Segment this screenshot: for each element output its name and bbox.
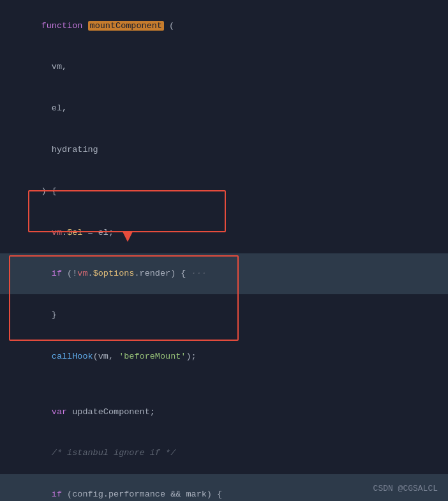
code-line-7: if (!vm.$options.render) { ··· — [0, 253, 448, 295]
code-line-3: el, — [0, 88, 448, 130]
code-line-5: ) { — [0, 170, 448, 212]
code-line-6: vm.$el = el; — [0, 212, 448, 253]
code-line-11: var updateComponent; — [0, 391, 448, 433]
code-line-8: } — [0, 294, 448, 336]
watermark: CSDN @CGSALCL — [373, 484, 438, 493]
code-line-9: callHook(vm, 'beforeMount'); — [0, 336, 448, 377]
code-line-4: hydrating — [0, 129, 448, 170]
code-line-12: /* istanbul ignore if */ — [0, 433, 448, 474]
code-line-2: vm, — [0, 47, 448, 88]
code-editor: function mountComponent ( vm, el, hydrat… — [0, 0, 448, 501]
code-line-1: function mountComponent ( — [0, 5, 448, 47]
code-line-empty-1 — [0, 377, 448, 391]
